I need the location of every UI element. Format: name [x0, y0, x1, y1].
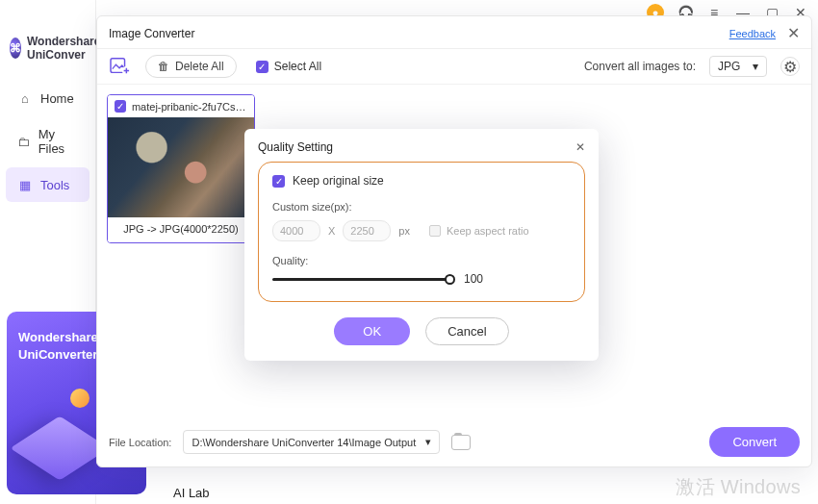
select-all-label: Select All [274, 60, 321, 73]
settings-button[interactable]: ⚙ [780, 57, 800, 76]
open-folder-button[interactable] [451, 435, 471, 450]
convert-button[interactable]: Convert [709, 427, 800, 457]
dimension-x-label: X [328, 225, 335, 237]
convert-all-label: Convert all images to: [584, 60, 696, 73]
cancel-button[interactable]: Cancel [425, 317, 508, 345]
sidebar-item-home[interactable]: ⌂ Home [6, 81, 89, 115]
windows-activation-watermark: 激活 Windows [676, 474, 801, 500]
format-value: JPG [718, 60, 740, 73]
trash-icon: 🗑 [158, 60, 169, 73]
feedback-link[interactable]: Feedback [729, 28, 776, 39]
delete-all-label: Delete All [175, 60, 224, 73]
close-icon[interactable]: ✕ [787, 24, 800, 42]
ok-button[interactable]: OK [334, 317, 410, 345]
promo-line1: Wondershare [18, 330, 98, 344]
quality-label: Quality: [272, 255, 571, 266]
sidebar-item-tools[interactable]: ▦ Tools [6, 167, 89, 202]
file-location-value: D:\Wondershare UniConverter 14\Image Out… [192, 437, 416, 448]
delete-all-button[interactable]: 🗑 Delete All [145, 55, 237, 78]
add-image-button[interactable] [109, 56, 132, 77]
promo-cube-icon [11, 416, 110, 481]
brand-logo-icon: ⌘ [10, 38, 21, 59]
checkbox-checked-icon: ✓ [256, 61, 268, 73]
keep-aspect-ratio-checkbox[interactable]: Keep aspect ratio [429, 225, 529, 237]
width-input[interactable] [272, 220, 320, 241]
folder-icon: 🗀 [17, 134, 31, 149]
thumb-filename: matej-pribanic-2fu7CskIT... [132, 101, 247, 113]
tools-icon: ▦ [17, 177, 33, 192]
ai-lab-heading: AI Lab [173, 486, 210, 500]
px-label: px [398, 225, 410, 237]
file-location-select[interactable]: D:\Wondershare UniConverter 14\Image Out… [183, 430, 440, 454]
promo-line2: UniConverter [18, 347, 97, 362]
brand-name-line2: UniConver [27, 48, 100, 62]
sidebar-item-label: Tools [40, 178, 69, 192]
modal-title: Quality Setting [258, 140, 333, 154]
select-all-checkbox[interactable]: ✓ Select All [256, 60, 321, 73]
thumb-caption: JPG -> JPG(4000*2250) [108, 217, 254, 242]
format-select[interactable]: JPG ▾ [709, 56, 767, 77]
checkbox-disabled-icon [429, 225, 441, 237]
thumb-image [108, 117, 254, 217]
quality-slider[interactable] [272, 272, 450, 286]
quality-settings-group: ✓ Keep original size Custom size(px): X … [258, 162, 585, 302]
close-icon[interactable]: ✕ [575, 140, 585, 154]
sidebar-item-my-files[interactable]: 🗀 My Files [6, 117, 89, 165]
slider-knob-icon [445, 274, 455, 285]
keep-original-size-checkbox[interactable]: ✓ Keep original size [272, 174, 571, 188]
window-title: Image Converter [109, 27, 194, 40]
brand: ⌘ Wondershare UniConver [0, 29, 95, 79]
height-input[interactable] [343, 220, 391, 241]
promo-disc-icon [70, 389, 89, 408]
checkbox-checked-icon[interactable]: ✓ [115, 100, 126, 113]
image-thumb-card[interactable]: ✓ matej-pribanic-2fu7CskIT... JPG -> JPG… [107, 94, 255, 243]
brand-name-line1: Wondershare [27, 35, 100, 48]
keep-aspect-label: Keep aspect ratio [447, 225, 529, 237]
custom-size-label: Custom size(px): [272, 201, 571, 213]
sidebar-item-label: Home [40, 91, 74, 106]
keep-original-label: Keep original size [293, 174, 384, 188]
home-icon: ⌂ [17, 90, 33, 106]
chevron-down-icon: ▾ [753, 60, 758, 73]
quality-setting-modal: Quality Setting ✕ ✓ Keep original size C… [244, 129, 599, 361]
app-sidebar: ⌘ Wondershare UniConver ⌂ Home 🗀 My File… [0, 0, 96, 504]
file-location-label: File Location: [109, 437, 171, 448]
checkbox-checked-icon: ✓ [272, 175, 285, 188]
sidebar-item-label: My Files [38, 127, 78, 156]
gear-icon: ⚙ [783, 58, 797, 76]
chevron-down-icon: ▾ [425, 436, 431, 448]
quality-value: 100 [464, 272, 483, 286]
